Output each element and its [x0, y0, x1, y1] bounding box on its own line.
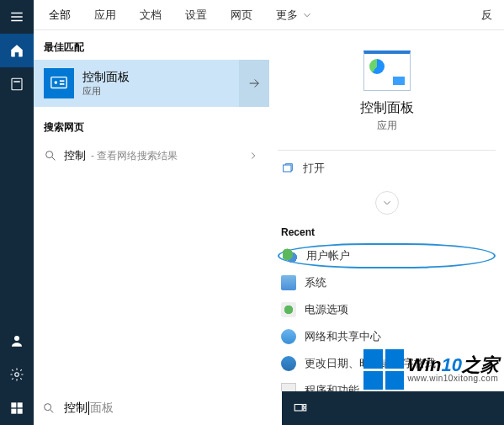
svg-rect-1 [13, 81, 20, 82]
svg-point-8 [55, 81, 58, 84]
svg-rect-9 [60, 80, 65, 82]
recent-item-system[interactable]: 系统 [278, 270, 496, 295]
svg-rect-15 [11, 409, 16, 414]
search-icon [42, 401, 56, 415]
open-icon [281, 162, 294, 175]
tab-feedback[interactable]: 反 [481, 8, 501, 23]
svg-rect-12 [284, 165, 291, 172]
control-panel-icon [44, 68, 74, 98]
user-accounts-icon [283, 248, 298, 263]
recent-item-datetime[interactable]: 更改日期、时间或数字格式 [278, 351, 496, 376]
expand-arrow[interactable] [239, 60, 269, 107]
svg-rect-20 [304, 408, 306, 411]
search-icon [44, 149, 57, 162]
tab-apps[interactable]: 应用 [82, 0, 128, 30]
svg-rect-13 [11, 402, 16, 407]
svg-point-2 [14, 336, 19, 341]
datetime-icon [281, 356, 296, 371]
task-view-button[interactable] [284, 391, 317, 425]
svg-rect-7 [51, 77, 66, 88]
web-hint: - 查看网络搜索结果 [91, 149, 178, 163]
web-search-result[interactable]: 控制 - 查看网络搜索结果 [34, 140, 269, 172]
svg-rect-18 [294, 405, 302, 412]
web-search-header: 搜索网页 [34, 117, 269, 140]
best-match-header: 最佳匹配 [34, 37, 269, 60]
open-action[interactable]: 打开 [278, 151, 496, 186]
svg-rect-10 [60, 83, 65, 85]
expand-more[interactable] [375, 191, 399, 215]
result-subtitle: 应用 [82, 85, 130, 98]
svg-rect-14 [18, 402, 23, 407]
start-sidebar [0, 0, 34, 425]
chevron-right-icon [247, 150, 259, 162]
menu-icon[interactable] [0, 0, 34, 34]
preview-app-icon [363, 50, 411, 91]
svg-point-11 [46, 151, 53, 158]
tab-more[interactable]: 更多 [264, 8, 325, 23]
result-title: 控制面板 [82, 70, 130, 85]
tab-documents[interactable]: 文档 [128, 0, 173, 30]
taskbar-search[interactable]: 控制面板 [34, 391, 282, 425]
preview-column: 控制面板 应用 打开 Recent 用户帐户 系统 [269, 30, 504, 425]
web-query: 控制 [64, 148, 86, 163]
recent-item-user-accounts[interactable]: 用户帐户 [278, 243, 496, 268]
recent-icon[interactable] [0, 67, 34, 101]
preview-title: 控制面板 [360, 99, 414, 117]
settings-icon[interactable] [0, 358, 34, 391]
start-button[interactable] [0, 391, 34, 425]
best-match-result[interactable]: 控制面板 应用 [34, 60, 269, 107]
results-column: 最佳匹配 控制面板 应用 搜索网页 控制 - 查看网络搜索结果 [34, 30, 269, 425]
user-icon[interactable] [0, 324, 34, 358]
search-text: 控制面板 [64, 401, 114, 416]
chevron-down-icon [381, 197, 393, 209]
svg-point-17 [45, 404, 51, 411]
tab-settings[interactable]: 设置 [173, 0, 219, 30]
taskbar: 控制面板 [0, 391, 504, 425]
home-icon[interactable] [0, 34, 34, 67]
recent-item-power[interactable]: 电源选项 [278, 297, 496, 322]
recent-header: Recent [278, 215, 496, 243]
svg-rect-0 [12, 78, 22, 90]
system-icon [281, 275, 296, 290]
recent-item-network[interactable]: 网络和共享中心 [278, 324, 496, 349]
search-panel: 全部 应用 文档 设置 网页 更多 反 最佳匹配 控制面板 应用 [34, 0, 504, 391]
tab-all[interactable]: 全部 [37, 0, 82, 30]
tab-web[interactable]: 网页 [219, 0, 264, 30]
preview-subtitle: 应用 [377, 119, 397, 133]
filter-tabs: 全部 应用 文档 设置 网页 更多 反 [34, 0, 504, 30]
svg-rect-19 [304, 405, 306, 407]
network-icon [281, 329, 296, 344]
power-options-icon [281, 302, 296, 317]
svg-rect-16 [18, 409, 23, 414]
svg-point-3 [15, 373, 19, 377]
